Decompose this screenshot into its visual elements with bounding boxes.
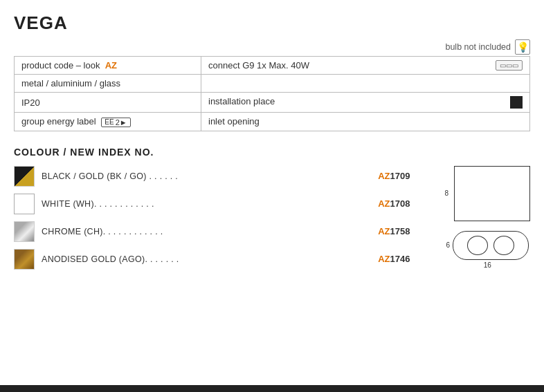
- oval-lens-2: [493, 236, 514, 255]
- colour-list: BLACK / GOLD (BK / GO) . . . . . . AZ170…: [14, 166, 410, 277]
- oval-outer: [453, 231, 529, 260]
- oval-diagram: [453, 231, 529, 260]
- spec-blank-2: [201, 75, 530, 93]
- front-view-box: [454, 166, 530, 221]
- diagram-bottom: 6 16: [446, 231, 529, 269]
- bulb-row: bulb not included 💡: [14, 39, 530, 55]
- oval-lens-1: [467, 236, 488, 255]
- diagrams: 8 6 16: [444, 166, 530, 269]
- section-title: COLOUR / NEW INDEX NO.: [14, 147, 530, 158]
- energy-label-badge: EE 2 ►: [101, 118, 130, 127]
- page-title: VEGA: [14, 12, 530, 34]
- colour-name-3: ANODISED GOLD (AGO). . . . . . .: [42, 254, 371, 264]
- colour-number-2: 1758: [390, 226, 410, 236]
- dim-row-side: 6: [446, 231, 529, 260]
- swatch-anodised-gold: [14, 249, 35, 270]
- colour-prefix-2: AZ: [378, 226, 390, 236]
- product-code-highlight: AZ: [105, 60, 117, 71]
- list-item: CHROME (CH). . . . . . . . . . . . AZ175…: [14, 221, 410, 242]
- list-item: ANODISED GOLD (AGO). . . . . . . AZ1746: [14, 249, 410, 270]
- spec-inlet: inlet opening: [201, 113, 530, 131]
- energy-arrow: ►: [120, 118, 127, 127]
- colour-number-1: 1708: [390, 198, 410, 209]
- connect-label: connect G9 1x Max. 40W: [208, 60, 309, 71]
- colour-number-0: 1709: [390, 171, 410, 181]
- product-code-text: product code – look: [21, 60, 100, 71]
- energy-ee: EE: [105, 118, 114, 126]
- energy-label-text: group energy label: [21, 116, 96, 127]
- colour-prefix-1: AZ: [378, 198, 390, 209]
- list-item: BLACK / GOLD (BK / GO) . . . . . . AZ170…: [14, 166, 410, 187]
- dim-label-top-v: 8: [444, 166, 450, 221]
- spec-material: metal / aluminium / glass: [15, 75, 201, 93]
- spec-installation: installation place: [201, 93, 530, 113]
- spec-row-1: product code – look AZ connect G9 1x Max…: [15, 57, 530, 75]
- bottom-bar: [0, 385, 544, 392]
- colour-prefix-3: AZ: [378, 254, 390, 264]
- colour-code-1: AZ1708: [378, 198, 410, 209]
- page: VEGA bulb not included 💡 product code – …: [0, 0, 544, 392]
- colour-code-3: AZ1746: [378, 254, 410, 264]
- dim-16: 16: [484, 261, 491, 269]
- dim-16-label: 16: [484, 261, 491, 269]
- spec-product-code: product code – look AZ: [15, 57, 201, 75]
- specs-table: product code – look AZ connect G9 1x Max…: [14, 56, 530, 131]
- spec-energy-label-cell: group energy label EE 2 ►: [15, 113, 201, 131]
- spec-row-4: group energy label EE 2 ► inlet opening: [15, 113, 530, 131]
- diagram-top: 8: [444, 166, 530, 221]
- bulb-label: bulb not included: [445, 42, 511, 52]
- swatch-chrome: [14, 221, 35, 242]
- dim-8-label: 8: [444, 189, 448, 197]
- swatch-white: [14, 194, 35, 214]
- colour-name-2: CHROME (CH). . . . . . . . . . . .: [42, 227, 371, 236]
- spec-row-3: IP20 installation place: [15, 93, 530, 113]
- install-place-icon: [510, 96, 523, 109]
- spec-connect: connect G9 1x Max. 40W ▭▭▭: [201, 57, 530, 75]
- bulb-icon: 💡: [515, 39, 530, 55]
- spec-ip: IP20: [15, 93, 201, 113]
- swatch-black-gold: [14, 166, 35, 187]
- installation-label: installation place: [208, 96, 275, 106]
- colour-code-2: AZ1758: [378, 226, 410, 236]
- colour-code-0: AZ1709: [378, 171, 410, 181]
- spec-row-2: metal / aluminium / glass: [15, 75, 530, 93]
- colours-section: BLACK / GOLD (BK / GO) . . . . . . AZ170…: [14, 166, 530, 277]
- dim-6-label: 6: [446, 241, 450, 249]
- list-item: WHITE (WH). . . . . . . . . . . . AZ1708: [14, 194, 410, 214]
- colour-name-0: BLACK / GOLD (BK / GO) . . . . . .: [42, 171, 371, 181]
- connector-icon: ▭▭▭: [496, 60, 523, 71]
- colour-number-3: 1746: [390, 254, 410, 264]
- colour-prefix-0: AZ: [378, 171, 390, 181]
- colour-name-1: WHITE (WH). . . . . . . . . . . .: [42, 199, 371, 209]
